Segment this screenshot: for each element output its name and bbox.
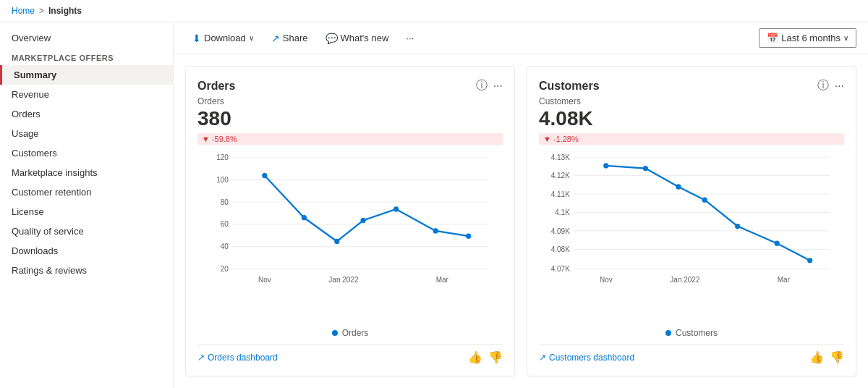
- download-chevron-icon: ∨: [249, 34, 254, 42]
- customers-card-header: Customers ⓘ ···: [539, 78, 844, 93]
- customers-badge: ▼ -1.28%: [539, 133, 844, 145]
- sidebar-item-revenue[interactable]: Revenue: [0, 85, 173, 104]
- customers-card-title: Customers: [539, 80, 600, 93]
- orders-dashboard-link-label: Orders dashboard: [208, 353, 278, 363]
- svg-text:4.13K: 4.13K: [551, 153, 570, 161]
- sidebar-item-usage[interactable]: Usage: [0, 124, 173, 143]
- orders-dashboard-link[interactable]: ↗ Orders dashboard: [197, 353, 278, 363]
- sidebar-item-customers[interactable]: Customers: [0, 143, 173, 163]
- svg-text:120: 120: [216, 153, 229, 161]
- date-filter-chevron-icon: ∨: [843, 34, 848, 42]
- whats-new-button[interactable]: 💬 What's new: [318, 29, 396, 48]
- svg-text:Nov: Nov: [258, 276, 271, 284]
- orders-chart: 120 100 80 60 40 20 Nov Jan 2022 Mar: [197, 151, 503, 325]
- svg-text:Jan 2022: Jan 2022: [328, 276, 359, 284]
- customers-legend-label: Customers: [676, 328, 718, 338]
- sidebar-item-customer-retention[interactable]: Customer retention: [0, 182, 173, 202]
- orders-metric-value: 380: [197, 108, 503, 130]
- svg-point-16: [302, 215, 307, 220]
- orders-badge-value: -59.8%: [212, 135, 237, 143]
- customers-dashboard-link[interactable]: ↗ Customers dashboard: [539, 353, 634, 363]
- customers-card-actions: ⓘ ···: [817, 78, 844, 93]
- customers-legend-dot: [665, 330, 671, 336]
- svg-text:Mar: Mar: [436, 276, 449, 284]
- svg-text:4.12K: 4.12K: [551, 172, 570, 180]
- share-icon: ↗: [271, 33, 280, 44]
- orders-trend-down-icon: ▼: [202, 135, 210, 143]
- svg-text:80: 80: [221, 198, 229, 206]
- customers-legend: Customers: [539, 328, 844, 338]
- more-options-icon: ···: [406, 33, 414, 43]
- svg-point-41: [676, 184, 681, 189]
- svg-text:4.11K: 4.11K: [551, 190, 570, 198]
- orders-legend-dot: [332, 330, 338, 336]
- orders-metric-label: Orders: [197, 96, 503, 106]
- orders-more-icon[interactable]: ···: [493, 80, 503, 93]
- orders-card-title: Orders: [197, 80, 235, 93]
- svg-point-42: [702, 197, 707, 202]
- customers-thumbup-button[interactable]: 👍: [809, 350, 824, 364]
- svg-point-18: [361, 218, 366, 223]
- orders-feedback: 👍 👎: [468, 350, 503, 364]
- customers-trend-down-icon: ▼: [543, 135, 551, 143]
- share-label: Share: [283, 33, 308, 43]
- sidebar-group-label: Marketplace offers: [0, 48, 173, 65]
- customers-metric-value: 4.08K: [539, 108, 844, 130]
- toolbar: ⬇ Download ∨ ↗ Share 💬 What's new ···: [174, 22, 868, 54]
- customers-dashboard-link-icon: ↗: [539, 353, 546, 363]
- svg-point-39: [603, 163, 608, 168]
- svg-text:4.1K: 4.1K: [555, 208, 570, 216]
- cards-area: Orders ⓘ ··· Orders 380 ▼ -59.8%: [174, 54, 868, 388]
- orders-card-footer: ↗ Orders dashboard 👍 👎: [197, 344, 503, 364]
- sidebar-item-license[interactable]: License: [0, 202, 173, 222]
- sidebar-item-overview[interactable]: Overview: [0, 28, 173, 48]
- customers-more-icon[interactable]: ···: [835, 80, 844, 93]
- customers-thumbdown-button[interactable]: 👎: [830, 350, 844, 364]
- customers-dashboard-link-label: Customers dashboard: [549, 353, 634, 363]
- svg-text:60: 60: [221, 220, 229, 228]
- customers-info-icon[interactable]: ⓘ: [817, 78, 829, 93]
- sidebar-item-orders[interactable]: Orders: [0, 104, 173, 124]
- svg-point-43: [735, 224, 740, 229]
- download-button[interactable]: ⬇ Download ∨: [185, 29, 261, 48]
- download-label: Download: [204, 33, 246, 43]
- svg-text:Mar: Mar: [778, 276, 791, 284]
- orders-thumbdown-button[interactable]: 👎: [488, 350, 503, 364]
- svg-point-45: [807, 258, 812, 263]
- download-icon: ⬇: [192, 33, 201, 44]
- customers-feedback: 👍 👎: [809, 350, 844, 364]
- svg-point-17: [334, 239, 339, 244]
- date-filter-label: Last 6 months: [781, 33, 841, 43]
- orders-card: Orders ⓘ ··· Orders 380 ▼ -59.8%: [185, 66, 515, 376]
- more-options-button[interactable]: ···: [399, 29, 421, 47]
- customers-badge-value: -1.28%: [553, 135, 579, 143]
- breadcrumb: Home > Insights: [0, 0, 868, 22]
- svg-point-15: [262, 173, 267, 178]
- sidebar-item-marketplace-insights[interactable]: Marketplace insights: [0, 163, 173, 182]
- calendar-icon: 📅: [767, 33, 778, 43]
- orders-thumbup-button[interactable]: 👍: [468, 350, 482, 364]
- sidebar-item-summary[interactable]: Summary: [0, 65, 173, 85]
- svg-point-19: [393, 206, 399, 211]
- breadcrumb-home[interactable]: Home: [12, 6, 35, 16]
- breadcrumb-current: Insights: [48, 6, 82, 16]
- customers-chart: 4.13K 4.12K 4.11K 4.1K 4.09K 4.08K 4.07K…: [539, 151, 844, 325]
- svg-point-21: [466, 233, 471, 238]
- sidebar-item-quality-of-service[interactable]: Quality of service: [0, 222, 173, 241]
- svg-text:4.09K: 4.09K: [551, 227, 570, 235]
- share-button[interactable]: ↗ Share: [264, 29, 315, 48]
- sidebar-item-ratings-reviews[interactable]: Ratings & reviews: [0, 261, 173, 280]
- svg-text:Nov: Nov: [600, 276, 613, 284]
- content-area: ⬇ Download ∨ ↗ Share 💬 What's new ···: [174, 22, 868, 388]
- svg-text:100: 100: [216, 175, 229, 183]
- orders-info-icon[interactable]: ⓘ: [476, 78, 488, 93]
- svg-text:20: 20: [221, 265, 229, 273]
- svg-point-44: [775, 240, 780, 245]
- sidebar-item-downloads[interactable]: Downloads: [0, 241, 173, 261]
- customers-card-footer: ↗ Customers dashboard 👍 👎: [539, 344, 844, 364]
- orders-legend-label: Orders: [342, 328, 369, 338]
- orders-legend: Orders: [197, 328, 503, 338]
- svg-text:4.08K: 4.08K: [551, 245, 570, 253]
- date-filter-button[interactable]: 📅 Last 6 months ∨: [759, 28, 856, 48]
- orders-card-header: Orders ⓘ ···: [197, 78, 503, 93]
